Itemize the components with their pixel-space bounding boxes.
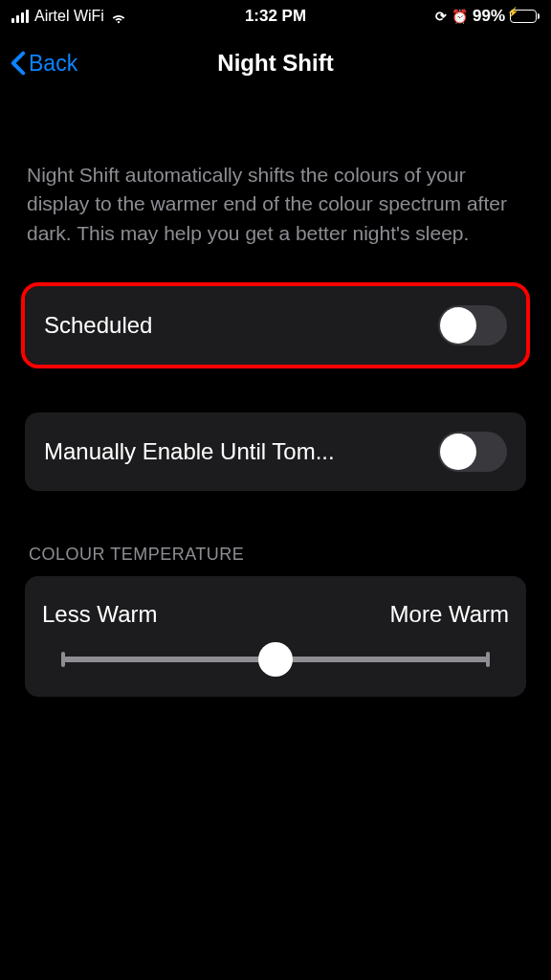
back-button[interactable]: Back bbox=[10, 51, 77, 77]
signal-icon bbox=[11, 10, 29, 23]
orientation-lock-icon: ⟳ bbox=[435, 9, 447, 24]
scheduled-toggle[interactable] bbox=[438, 305, 507, 345]
content: Night Shift automatically shifts the col… bbox=[0, 161, 551, 697]
colour-temperature-card: Less Warm More Warm bbox=[25, 576, 526, 697]
nav-bar: Back Night Shift bbox=[0, 36, 551, 90]
colour-temperature-slider[interactable] bbox=[63, 657, 488, 662]
manual-enable-toggle[interactable] bbox=[438, 432, 507, 472]
chevron-left-icon bbox=[10, 51, 27, 76]
description-text: Night Shift automatically shifts the col… bbox=[25, 161, 526, 248]
manual-enable-row[interactable]: Manually Enable Until Tom... bbox=[25, 412, 526, 491]
slider-thumb[interactable] bbox=[258, 642, 293, 677]
colour-temperature-header: COLOUR TEMPERATURE bbox=[25, 545, 526, 565]
carrier-label: Airtel WiFi bbox=[34, 8, 104, 25]
status-left: Airtel WiFi bbox=[11, 8, 127, 25]
slider-min-label: Less Warm bbox=[42, 601, 157, 628]
status-bar: Airtel WiFi 1:32 PM ⟳ ⏰ 99% ⚡ bbox=[0, 0, 551, 29]
slider-labels: Less Warm More Warm bbox=[42, 601, 509, 628]
slider-max-label: More Warm bbox=[390, 601, 509, 628]
status-time: 1:32 PM bbox=[245, 7, 306, 26]
scheduled-row[interactable]: Scheduled bbox=[25, 286, 526, 365]
wifi-icon bbox=[110, 8, 127, 25]
alarm-icon: ⏰ bbox=[452, 9, 468, 24]
battery-percent: 99% bbox=[473, 7, 505, 26]
battery-icon: ⚡ bbox=[510, 10, 540, 23]
back-label: Back bbox=[29, 51, 77, 77]
status-right: ⟳ ⏰ 99% ⚡ bbox=[435, 7, 540, 26]
page-title: Night Shift bbox=[217, 50, 333, 77]
manual-enable-label: Manually Enable Until Tom... bbox=[44, 438, 335, 465]
scheduled-label: Scheduled bbox=[44, 312, 152, 339]
